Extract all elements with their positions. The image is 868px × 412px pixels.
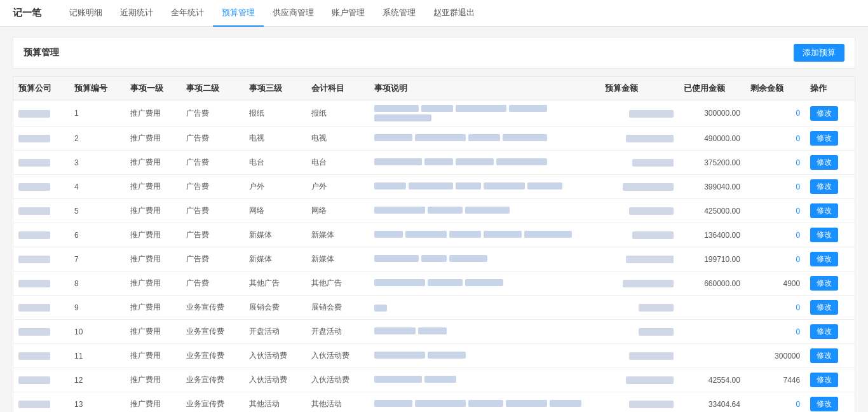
desc-cell bbox=[369, 223, 600, 247]
desc-cell bbox=[369, 100, 600, 127]
table-row: 13推广费用业务宣传费其他活动其他活动 33404.640修改 bbox=[13, 392, 855, 413]
budget-amount-cell bbox=[600, 151, 679, 175]
number-cell: 8 bbox=[69, 271, 125, 296]
remaining-amount-cell: 0 bbox=[745, 127, 805, 151]
desc-cell bbox=[369, 271, 600, 296]
level1-cell: 推广费用 bbox=[125, 199, 181, 223]
nav-item-supplier[interactable]: 供应商管理 bbox=[264, 0, 323, 27]
nav-item-recent[interactable]: 近期统计 bbox=[111, 0, 162, 27]
edit-button[interactable]: 修改 bbox=[810, 252, 838, 266]
account-cell: 报纸 bbox=[306, 100, 369, 127]
company-cell bbox=[13, 247, 69, 271]
used-amount-cell: 399040.00 bbox=[679, 175, 745, 199]
nav-item-budget[interactable]: 预算管理 bbox=[213, 0, 264, 27]
edit-button[interactable]: 修改 bbox=[810, 324, 838, 339]
desc-cell bbox=[369, 296, 600, 320]
col-action: 操作 bbox=[805, 77, 855, 100]
edit-button[interactable]: 修改 bbox=[810, 348, 838, 363]
budget-amount-cell bbox=[600, 271, 679, 296]
nav-item-logout[interactable]: 赵亚群退出 bbox=[424, 0, 484, 27]
number-cell: 11 bbox=[69, 344, 125, 368]
edit-button[interactable]: 修改 bbox=[810, 131, 838, 146]
used-amount-cell bbox=[679, 320, 745, 344]
desc-cell bbox=[369, 344, 600, 368]
budget-amount-cell bbox=[600, 296, 679, 320]
remaining-amount-cell: 0 bbox=[745, 175, 805, 199]
remaining-amount-cell: 7446 bbox=[745, 368, 805, 392]
app-logo: 记一笔 bbox=[13, 7, 41, 19]
used-amount-cell: 490000.00 bbox=[679, 127, 745, 151]
budget-table: 预算公司 预算编号 事项一级 事项二级 事项三级 会计科目 事项说明 预算金额 … bbox=[13, 77, 855, 412]
level1-cell: 推广费用 bbox=[125, 151, 181, 175]
level1-cell: 推广费用 bbox=[125, 392, 181, 413]
level3-cell: 入伙活动费 bbox=[244, 344, 306, 368]
company-cell bbox=[13, 175, 69, 199]
budget-table-wrapper: 预算公司 预算编号 事项一级 事项二级 事项三级 会计科目 事项说明 预算金额 … bbox=[13, 76, 855, 412]
level1-cell: 推广费用 bbox=[125, 296, 181, 320]
level2-cell: 广告费 bbox=[181, 151, 243, 175]
company-cell bbox=[13, 368, 69, 392]
table-row: 1推广费用广告费报纸报纸 300000.000修改 bbox=[13, 100, 855, 127]
edit-button[interactable]: 修改 bbox=[810, 179, 838, 194]
budget-amount-cell bbox=[600, 247, 679, 271]
edit-button[interactable]: 修改 bbox=[810, 203, 838, 218]
col-number: 预算编号 bbox=[69, 77, 125, 100]
nav-item-annual[interactable]: 全年统计 bbox=[162, 0, 213, 27]
budget-amount-cell bbox=[600, 392, 679, 413]
account-cell: 开盘活动 bbox=[306, 320, 369, 344]
edit-button[interactable]: 修改 bbox=[810, 228, 838, 242]
level3-cell: 其他广告 bbox=[244, 271, 306, 296]
edit-button[interactable]: 修改 bbox=[810, 373, 838, 387]
level2-cell: 业务宣传费 bbox=[181, 392, 243, 413]
budget-amount-cell bbox=[600, 100, 679, 127]
company-cell bbox=[13, 271, 69, 296]
company-cell bbox=[13, 199, 69, 223]
action-cell: 修改 bbox=[805, 320, 855, 344]
nav-item-system[interactable]: 系统管理 bbox=[374, 0, 424, 27]
col-level1: 事项一级 bbox=[125, 77, 181, 100]
nav-item-account[interactable]: 账户管理 bbox=[323, 0, 374, 27]
company-cell bbox=[13, 320, 69, 344]
level2-cell: 广告费 bbox=[181, 127, 243, 151]
used-amount-cell: 136400.00 bbox=[679, 223, 745, 247]
budget-amount-cell bbox=[600, 344, 679, 368]
table-row: 11推广费用业务宣传费入伙活动费入伙活动费 300000修改 bbox=[13, 344, 855, 368]
company-cell bbox=[13, 223, 69, 247]
level1-cell: 推广费用 bbox=[125, 223, 181, 247]
edit-button[interactable]: 修改 bbox=[810, 155, 838, 170]
level1-cell: 推广费用 bbox=[125, 175, 181, 199]
level3-cell: 户外 bbox=[244, 175, 306, 199]
add-budget-button[interactable]: 添加预算 bbox=[794, 44, 844, 62]
nav-menu: 记账明细 近期统计 全年统计 预算管理 供应商管理 账户管理 系统管理 赵亚群退… bbox=[60, 0, 484, 27]
budget-amount-cell bbox=[600, 320, 679, 344]
action-cell: 修改 bbox=[805, 100, 855, 127]
col-remaining: 剩余金额 bbox=[745, 77, 805, 100]
page-header: 预算管理 添加预算 bbox=[13, 37, 855, 69]
action-cell: 修改 bbox=[805, 368, 855, 392]
action-cell: 修改 bbox=[805, 247, 855, 271]
remaining-amount-cell: 0 bbox=[745, 100, 805, 127]
number-cell: 10 bbox=[69, 320, 125, 344]
level3-cell: 入伙活动费 bbox=[244, 368, 306, 392]
edit-button[interactable]: 修改 bbox=[810, 106, 838, 121]
used-amount-cell: 199710.00 bbox=[679, 247, 745, 271]
col-level3: 事项三级 bbox=[244, 77, 306, 100]
level2-cell: 广告费 bbox=[181, 223, 243, 247]
table-header-row: 预算公司 预算编号 事项一级 事项二级 事项三级 会计科目 事项说明 预算金额 … bbox=[13, 77, 855, 100]
account-cell: 网络 bbox=[306, 199, 369, 223]
account-cell: 新媒体 bbox=[306, 247, 369, 271]
edit-button[interactable]: 修改 bbox=[810, 300, 838, 315]
account-cell: 新媒体 bbox=[306, 223, 369, 247]
number-cell: 9 bbox=[69, 296, 125, 320]
col-company: 预算公司 bbox=[13, 77, 69, 100]
nav-item-ledger[interactable]: 记账明细 bbox=[60, 0, 111, 27]
edit-button[interactable]: 修改 bbox=[810, 276, 838, 291]
edit-button[interactable]: 修改 bbox=[810, 397, 838, 411]
level1-cell: 推广费用 bbox=[125, 100, 181, 127]
action-cell: 修改 bbox=[805, 392, 855, 413]
number-cell: 7 bbox=[69, 247, 125, 271]
remaining-amount-cell: 0 bbox=[745, 247, 805, 271]
company-cell bbox=[13, 151, 69, 175]
company-cell bbox=[13, 100, 69, 127]
budget-amount-cell bbox=[600, 127, 679, 151]
